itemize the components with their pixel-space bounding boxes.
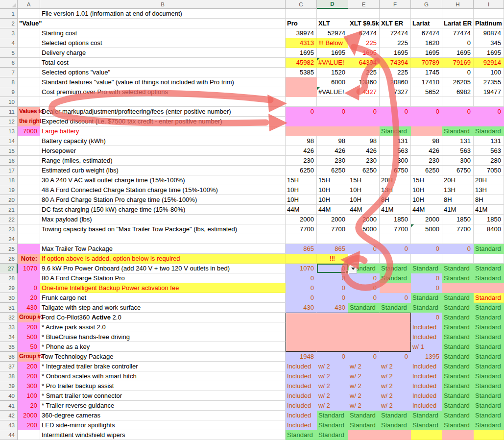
cell-I16[interactable]: 280 bbox=[474, 156, 504, 166]
cell-G39[interactable]: Included bbox=[411, 381, 442, 391]
cell-F41[interactable]: w/ 2 bbox=[380, 401, 411, 411]
row-header-20[interactable]: 20 bbox=[0, 195, 18, 205]
cell-E43[interactable]: Standard bbox=[348, 420, 380, 430]
cell-B27[interactable]: 9.6 kW Pro Power Onboard (add 240 V + tw… bbox=[40, 264, 286, 273]
cell-E2[interactable]: XLT $9.5k bbox=[348, 19, 380, 28]
row-header-36[interactable]: 36 bbox=[0, 352, 18, 362]
cell-F28[interactable]: Standard bbox=[380, 273, 411, 283]
cell-B8[interactable]: Standard features "value" (value of thin… bbox=[40, 77, 286, 87]
col-header-H[interactable]: H bbox=[442, 0, 474, 9]
cell-H8[interactable]: 26205 bbox=[442, 77, 474, 87]
cell-H11[interactable]: 0 bbox=[442, 107, 474, 117]
row-header-44[interactable]: 44 bbox=[0, 430, 18, 440]
cell-C22[interactable]: 2000 bbox=[286, 215, 317, 224]
cell-C11[interactable]: 0 bbox=[286, 107, 317, 117]
cell-E31[interactable]: Standard bbox=[348, 303, 380, 313]
cell-E39[interactable]: w/ 2 bbox=[348, 381, 380, 391]
cell-H2[interactable]: Lariat ER bbox=[442, 19, 474, 28]
cell-F15[interactable]: 563 bbox=[380, 146, 411, 156]
cell-C8[interactable] bbox=[286, 77, 317, 87]
cell-A42[interactable]: 2000 bbox=[18, 411, 40, 420]
cell-A19[interactable] bbox=[18, 185, 40, 195]
cell-G28[interactable]: 0 bbox=[411, 273, 442, 283]
cell-A40[interactable]: 100 bbox=[18, 391, 40, 401]
cell-H20[interactable]: 8H bbox=[442, 195, 474, 205]
cell-H43[interactable]: Standard bbox=[442, 420, 474, 430]
cell-B21[interactable]: DC fast charging (150 kW) charge time (1… bbox=[40, 205, 286, 215]
cell-D38[interactable]: w/ 2 bbox=[317, 371, 348, 381]
cell-C18[interactable]: 15H bbox=[286, 175, 317, 185]
cell-F4[interactable]: 225 bbox=[380, 38, 411, 48]
cell-D4[interactable]: !!! Below bbox=[317, 38, 348, 48]
cell-G17[interactable]: 6250 bbox=[411, 166, 442, 175]
cell-F23[interactable]: 7700 bbox=[380, 224, 411, 234]
cell-G19[interactable]: 10H bbox=[411, 185, 442, 195]
cell-B16[interactable]: Range (miles, estimated) bbox=[40, 156, 286, 166]
cell-A16[interactable] bbox=[18, 156, 40, 166]
cell-I41[interactable]: Standard bbox=[474, 401, 504, 411]
cell-D26[interactable]: !!! bbox=[317, 254, 348, 264]
cell-G40[interactable]: Included bbox=[411, 391, 442, 401]
cell-C26[interactable] bbox=[286, 254, 317, 264]
cell-G11[interactable]: 0 bbox=[411, 107, 442, 117]
cell-B7[interactable]: Selected options "value" bbox=[40, 68, 286, 77]
row-header-7[interactable]: 7 bbox=[0, 68, 18, 77]
cell-C4[interactable]: 4313 bbox=[286, 38, 317, 48]
cell-H32[interactable]: Standard bbox=[442, 313, 474, 322]
cell-D12[interactable] bbox=[317, 117, 348, 126]
cell-E30[interactable]: 0 bbox=[348, 293, 380, 303]
row-header-11[interactable]: 11 bbox=[0, 107, 18, 117]
cell-A3[interactable] bbox=[18, 28, 40, 38]
cell-H10[interactable] bbox=[442, 97, 474, 107]
cell-I6[interactable]: 92914 bbox=[474, 58, 504, 68]
cell-E5[interactable]: 1695 bbox=[348, 48, 380, 58]
cell-I3[interactable]: 90874 bbox=[474, 28, 504, 38]
cell-D22[interactable]: 2000 bbox=[317, 215, 348, 224]
cell-B35[interactable]: * Phone as a key bbox=[40, 342, 286, 352]
cell-B31[interactable]: Tailgate with step and work surface bbox=[40, 303, 286, 313]
row-header-38[interactable]: 38 bbox=[0, 371, 18, 381]
cell-A23[interactable] bbox=[18, 224, 40, 234]
cell-F14[interactable]: 131 bbox=[380, 136, 411, 146]
cell-A7[interactable] bbox=[18, 68, 40, 77]
cell-B15[interactable]: Horsepower bbox=[40, 146, 286, 156]
cell-D18[interactable]: 15H bbox=[317, 175, 348, 185]
cell-E10[interactable] bbox=[348, 97, 380, 107]
cell-E25[interactable]: 0 bbox=[348, 244, 380, 254]
cell-I10[interactable] bbox=[474, 97, 504, 107]
cell-B20[interactable]: 80 A Ford Charge Station Pro charge time… bbox=[40, 195, 286, 205]
cell-I8[interactable]: 27355 bbox=[474, 77, 504, 87]
cell-B24[interactable] bbox=[40, 234, 286, 244]
cell-H14[interactable]: 131 bbox=[442, 136, 474, 146]
cell-C30[interactable]: 0 bbox=[286, 293, 317, 303]
cell-G42[interactable]: Standard bbox=[411, 411, 442, 420]
cell-F33[interactable] bbox=[380, 322, 411, 332]
cell-A36[interactable]: Group #2 bbox=[18, 352, 40, 362]
cell-A15[interactable] bbox=[18, 146, 40, 156]
cell-A28[interactable] bbox=[18, 273, 40, 283]
cell-C33[interactable] bbox=[286, 322, 317, 332]
cell-C38[interactable]: Included bbox=[286, 371, 317, 381]
cell-H1[interactable] bbox=[442, 9, 474, 19]
cell-A5[interactable] bbox=[18, 48, 40, 58]
cell-G33[interactable]: Included bbox=[411, 322, 442, 332]
cell-G30[interactable]: Standard bbox=[411, 293, 442, 303]
cell-F12[interactable] bbox=[380, 117, 411, 126]
cell-C5[interactable]: 1695 bbox=[286, 48, 317, 58]
cell-I35[interactable]: Standard bbox=[474, 342, 504, 352]
cell-A35[interactable]: 50 bbox=[18, 342, 40, 352]
cell-I42[interactable]: Standard bbox=[474, 411, 504, 420]
cell-F25[interactable]: 0 bbox=[380, 244, 411, 254]
cell-E33[interactable] bbox=[348, 322, 380, 332]
cell-F18[interactable]: 20H bbox=[380, 175, 411, 185]
cell-C17[interactable]: 6250 bbox=[286, 166, 317, 175]
cell-F22[interactable]: 1850 bbox=[380, 215, 411, 224]
cell-F20[interactable]: 8H bbox=[380, 195, 411, 205]
row-header-30[interactable]: 30 bbox=[0, 293, 18, 303]
cell-B5[interactable]: Delivery charge bbox=[40, 48, 286, 58]
cell-E41[interactable]: w/ 2 bbox=[348, 401, 380, 411]
cell-I26[interactable] bbox=[474, 254, 504, 264]
cell-F1[interactable] bbox=[380, 9, 411, 19]
row-header-25[interactable]: 25 bbox=[0, 244, 18, 254]
cell-B41[interactable]: * Trailer reverse guidance bbox=[40, 401, 286, 411]
